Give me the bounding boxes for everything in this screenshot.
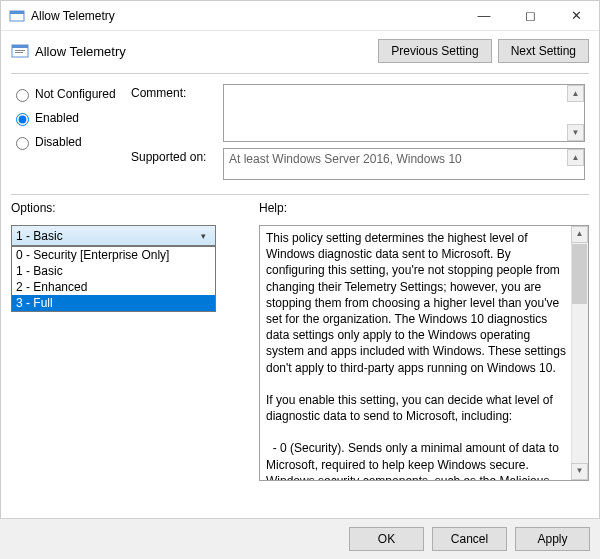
supported-on-label: Supported on: — [131, 148, 223, 164]
radio-label: Disabled — [35, 135, 82, 149]
app-icon — [9, 8, 25, 24]
scrollbar-thumb[interactable] — [572, 244, 587, 304]
page-title: Allow Telemetry — [35, 44, 372, 59]
chevron-down-icon: ▾ — [195, 231, 211, 241]
window-title: Allow Telemetry — [31, 9, 461, 23]
radio-label: Enabled — [35, 111, 79, 125]
telemetry-level-dropdown[interactable]: 1 - Basic ▾ 0 - Security [Enterprise Onl… — [11, 225, 216, 246]
help-column: Help: This policy setting determines the… — [259, 201, 589, 481]
help-label: Help: — [259, 201, 589, 215]
radio-label: Not Configured — [35, 87, 116, 101]
radio-not-configured[interactable]: Not Configured — [11, 86, 131, 102]
dropdown-option-0-security[interactable]: 0 - Security [Enterprise Only] — [12, 247, 215, 263]
comment-textarea[interactable]: ▲ ▼ — [223, 84, 585, 142]
svg-rect-5 — [15, 52, 23, 53]
dropdown-option-2-enhanced[interactable]: 2 - Enhanced — [12, 279, 215, 295]
scroll-up-icon[interactable]: ▲ — [571, 226, 588, 243]
minimize-button[interactable]: ― — [461, 1, 507, 31]
scroll-up-icon[interactable]: ▲ — [567, 149, 584, 166]
dropdown-option-3-full[interactable]: 3 - Full — [12, 295, 215, 311]
state-radio-group: Not Configured Enabled Disabled — [11, 84, 131, 186]
dialog-footer: OK Cancel Apply — [0, 518, 600, 559]
lower-pane: Options: 1 - Basic ▾ 0 - Security [Enter… — [1, 201, 599, 481]
dropdown-selected: 1 - Basic — [16, 229, 195, 243]
radio-disabled-input[interactable] — [16, 137, 29, 150]
scroll-down-icon[interactable]: ▼ — [571, 463, 588, 480]
help-text: This policy setting determines the highe… — [259, 225, 589, 481]
config-area: Not Configured Enabled Disabled Comment:… — [1, 80, 599, 190]
next-setting-button[interactable]: Next Setting — [498, 39, 589, 63]
options-label: Options: — [11, 201, 241, 215]
previous-setting-button[interactable]: Previous Setting — [378, 39, 491, 63]
radio-enabled[interactable]: Enabled — [11, 110, 131, 126]
apply-button[interactable]: Apply — [515, 527, 590, 551]
close-button[interactable]: ✕ — [553, 1, 599, 31]
radio-not-configured-input[interactable] — [16, 89, 29, 102]
radio-disabled[interactable]: Disabled — [11, 134, 131, 150]
dropdown-option-1-basic[interactable]: 1 - Basic — [12, 263, 215, 279]
options-column: Options: 1 - Basic ▾ 0 - Security [Enter… — [11, 201, 241, 481]
scroll-down-icon[interactable]: ▼ — [567, 124, 584, 141]
divider — [11, 194, 589, 195]
comment-label: Comment: — [131, 84, 223, 100]
divider — [11, 73, 589, 74]
ok-button[interactable]: OK — [349, 527, 424, 551]
svg-rect-3 — [12, 45, 28, 48]
policy-icon — [11, 42, 29, 60]
fields: Comment: ▲ ▼ Supported on: At least Wind… — [131, 84, 589, 186]
radio-enabled-input[interactable] — [16, 113, 29, 126]
titlebar: Allow Telemetry ― ◻ ✕ — [1, 1, 599, 31]
svg-rect-4 — [15, 50, 25, 51]
cancel-button[interactable]: Cancel — [432, 527, 507, 551]
scroll-up-icon[interactable]: ▲ — [567, 85, 584, 102]
supported-on-value: At least Windows Server 2016, Windows 10… — [223, 148, 585, 180]
svg-rect-1 — [10, 11, 24, 14]
header: Allow Telemetry Previous Setting Next Se… — [1, 31, 599, 69]
maximize-button[interactable]: ◻ — [507, 1, 553, 31]
dropdown-list: 0 - Security [Enterprise Only] 1 - Basic… — [11, 246, 216, 312]
